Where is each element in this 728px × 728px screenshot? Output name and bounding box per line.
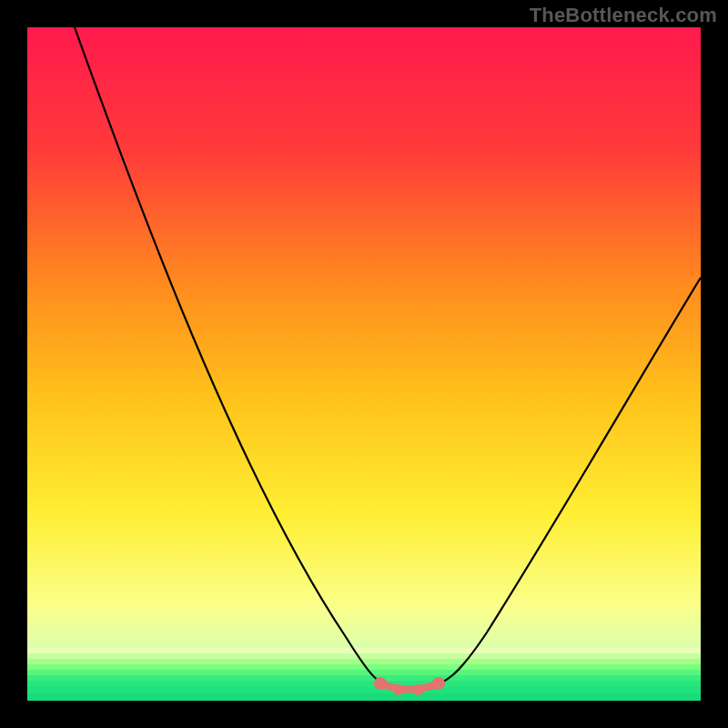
svg-rect-8 — [27, 687, 701, 693]
svg-rect-1 — [27, 648, 701, 653]
svg-rect-5 — [27, 670, 701, 675]
trough-dot-mid2 — [413, 684, 424, 695]
trough-dot-right — [432, 677, 445, 690]
chart-frame: TheBottleneck.com — [0, 0, 728, 728]
trough-dot-mid1 — [393, 684, 404, 695]
svg-rect-2 — [27, 653, 701, 659]
plot-area — [27, 27, 701, 701]
svg-rect-9 — [27, 693, 701, 701]
svg-rect-6 — [27, 675, 701, 681]
watermark-text: TheBottleneck.com — [530, 4, 717, 27]
chart-svg — [0, 0, 728, 728]
trough-dot-left — [374, 677, 387, 690]
green-bands — [27, 648, 701, 701]
svg-rect-7 — [27, 681, 701, 687]
